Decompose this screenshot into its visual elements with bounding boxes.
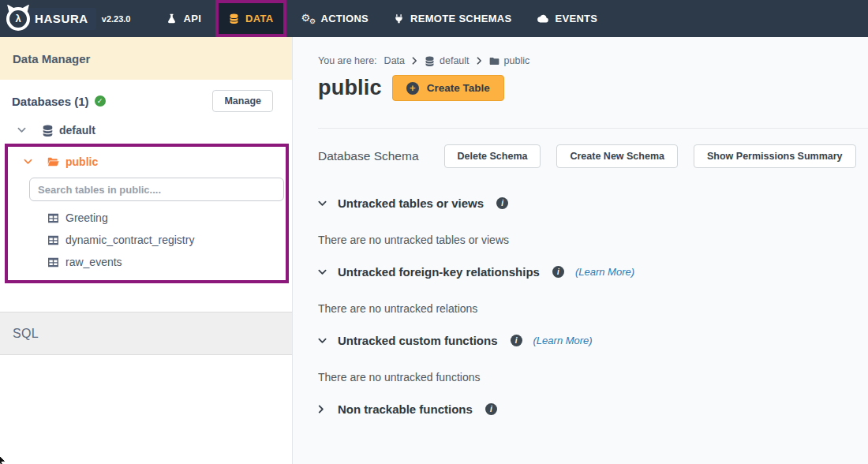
table-icon [47,235,59,245]
gears-icon: ⚙⚙ [301,13,314,25]
data-manager-header: Data Manager [0,37,292,80]
database-icon [42,125,54,137]
main-content: You are here: Data default public [293,37,868,464]
breadcrumb-schema[interactable]: public [489,55,530,66]
sidebar-item-table-greeting[interactable]: Greeting [8,207,286,229]
table-icon [47,257,59,268]
table-icon [47,213,59,223]
chevron-right-icon [412,57,417,65]
schema-name: public [65,155,98,168]
sidebar-item-table-raw-events[interactable]: raw_events [8,251,286,273]
chevron-down-icon[interactable] [318,338,327,344]
sidebar-item-sql[interactable]: SQL [0,312,292,355]
nav-tab-data[interactable]: DATA [215,0,286,37]
title-row: public + Create Table [318,75,868,101]
breadcrumb: You are here: Data default public [318,55,868,66]
database-icon [229,13,239,24]
section-title[interactable]: Untracked foreign-key relationships [338,265,540,279]
flask-icon [166,13,177,24]
nav-tab-label: ACTIONS [320,13,369,24]
empty-state-text: There are no untracked tables or views [318,234,868,246]
breadcrumb-database[interactable]: default [425,55,470,66]
top-navbar: λ HASURA v2.23.0 API DATA ⚙⚙ ACTIONS [0,0,868,37]
chevron-right-icon[interactable] [318,405,327,413]
info-icon[interactable]: i [485,403,497,415]
database-schema-row: Database Schema Delete Schema Create New… [318,144,868,168]
chevron-right-icon [477,57,482,65]
sidebar-item-public-schema[interactable]: public [8,151,286,172]
breadcrumb-database-label: default [440,55,470,66]
nav-tab-remote-schemas[interactable]: REMOTE SCHEMAS [381,0,524,37]
section-divider [318,128,868,129]
folder-icon [489,57,499,65]
database-name: default [59,124,95,137]
mouse-cursor [0,453,9,464]
table-name: Greeting [65,211,108,224]
nav-tab-label: API [183,13,201,24]
section-title[interactable]: Non trackable functions [338,402,473,416]
show-permissions-summary-button[interactable]: Show Permissions Summary [694,144,856,168]
info-icon[interactable]: i [496,197,508,209]
search-tables-input[interactable] [29,178,284,201]
lambda-icon: λ [9,10,27,28]
section-title[interactable]: Untracked tables or views [338,196,484,210]
version-label: v2.23.0 [102,14,131,24]
manage-button[interactable]: Manage [212,90,273,112]
databases-label: Databases (1) [12,95,89,108]
plus-circle-icon: + [406,82,419,95]
cloud-icon [537,14,549,23]
breadcrumb-schema-label: public [504,55,530,66]
page-title: public [318,76,382,100]
hasura-mascot-icon: λ [6,7,30,31]
empty-state-text: There are no untracked functions [318,371,868,384]
nav-tab-events[interactable]: EVENTS [525,0,611,37]
sidebar-item-table-dynamic-contract-registry[interactable]: dynamic_contract_registry [8,229,286,251]
sidebar-item-default-db[interactable]: default [17,124,292,137]
nav-tab-label: EVENTS [556,13,598,24]
table-list: Greeting dynamic_contract_registry raw_e… [8,207,286,273]
chevron-down-icon[interactable] [318,200,327,207]
database-icon [425,56,435,66]
delete-schema-button[interactable]: Delete Schema [444,144,541,168]
create-table-label: Create Table [427,82,490,94]
empty-state-text: There are no untracked relations [318,302,868,315]
learn-more-link[interactable]: (Learn More) [533,335,593,346]
chevron-down-icon[interactable] [17,127,26,133]
chevron-down-icon[interactable] [318,269,327,275]
info-icon[interactable]: i [511,335,522,346]
create-table-button[interactable]: + Create Table [392,75,504,101]
chevron-down-icon[interactable] [24,159,32,165]
database-schema-label: Database Schema [318,149,419,163]
schema-annotation-box: public Greeting dynamic_contract_registr… [5,144,289,283]
learn-more-link[interactable]: (Learn More) [575,266,634,278]
section-untracked-tables: Untracked tables or views i There are no… [318,196,868,246]
databases-row: Databases (1) ✓ Manage [0,80,292,112]
section-title[interactable]: Untracked custom functions [338,334,498,347]
nav-tab-label: REMOTE SCHEMAS [410,13,511,24]
plug-icon [394,13,404,24]
connected-check-icon: ✓ [95,95,106,107]
databases-label-group: Databases (1) ✓ [12,95,106,108]
table-name: raw_events [65,256,122,268]
create-new-schema-button[interactable]: Create New Schema [556,144,678,168]
nav-tab-label: DATA [245,13,273,24]
table-name: dynamic_contract_registry [65,234,194,246]
section-untracked-custom-functions: Untracked custom functions i (Learn More… [318,334,868,384]
section-non-trackable-functions: Non trackable functions i [318,402,868,416]
breadcrumb-root-link[interactable]: Data [384,55,405,66]
nav-tab-api[interactable]: API [154,0,214,37]
folder-open-icon [47,157,59,167]
hasura-logo[interactable]: λ HASURA v2.23.0 [0,0,130,37]
breadcrumb-prefix: You are here: [318,55,377,66]
main-nav: API DATA ⚙⚙ ACTIONS REMOTE SCHEMAS EVENT… [154,0,610,37]
brand-wordmark: HASURA [24,8,96,30]
nav-tab-actions[interactable]: ⚙⚙ ACTIONS [288,0,381,37]
section-untracked-foreign-keys: Untracked foreign-key relationships i (L… [318,265,868,315]
info-icon[interactable]: i [552,266,564,278]
data-sidebar: Data Manager Databases (1) ✓ Manage defa… [0,37,293,464]
